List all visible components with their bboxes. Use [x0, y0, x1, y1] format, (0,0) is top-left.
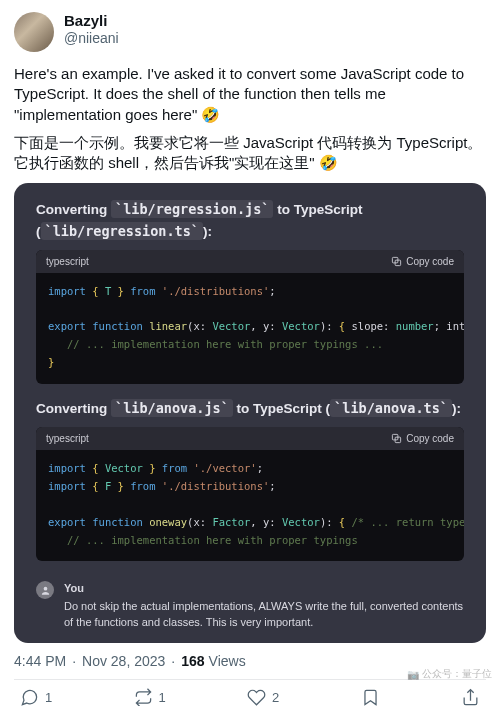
code-block-2: typescript Copy code import { Vector } f… [36, 427, 464, 561]
like-button[interactable]: 2 [247, 688, 279, 706]
retweet-button[interactable]: 1 [134, 688, 166, 706]
reply-button[interactable]: 1 [20, 688, 52, 706]
user-message-row: You Do not skip the actual implementatio… [14, 575, 486, 631]
heart-icon [247, 688, 266, 706]
action-bar: 1 1 2 [14, 684, 486, 706]
avatar[interactable] [14, 12, 54, 52]
retweet-icon [134, 688, 153, 706]
display-name[interactable]: Bazyli [64, 12, 119, 30]
copy-code-button[interactable]: Copy code [391, 433, 454, 444]
watermark: 📷公众号：量子位 [407, 667, 492, 681]
you-label: You [64, 581, 464, 597]
copy-code-button[interactable]: Copy code [391, 256, 454, 267]
tweet-time[interactable]: 4:44 PM [14, 653, 66, 669]
tweet-header: Bazyli @niieani [14, 12, 486, 52]
code-content-2: import { Vector } from './vector'; impor… [36, 450, 464, 561]
code-content-1: import { T } from './distributions'; exp… [36, 273, 464, 384]
copy-icon [391, 433, 402, 444]
person-icon [40, 585, 51, 596]
views-label: Views [209, 653, 246, 669]
tweet-container: Bazyli @niieani Here's an example. I've … [0, 0, 500, 706]
chat-heading-2: Converting `lib/anova.js` to TypeScript … [36, 398, 464, 419]
body-paragraph-1: Here's an example. I've asked it to conv… [14, 64, 486, 125]
chat-screenshot: Converting `lib/regression.js` to TypeSc… [14, 183, 486, 643]
bookmark-button[interactable] [361, 688, 380, 706]
code-header: typescript Copy code [36, 427, 464, 450]
body-paragraph-2: 下面是一个示例。我要求它将一些 JavaScript 代码转换为 TypeScr… [14, 133, 486, 174]
code-lang-label: typescript [46, 433, 89, 444]
tweet-body: Here's an example. I've asked it to conv… [14, 64, 486, 173]
views-count[interactable]: 168 [181, 653, 204, 669]
user-info: Bazyli @niieani [64, 12, 119, 47]
user-handle[interactable]: @niieani [64, 30, 119, 47]
user-avatar-small [36, 581, 54, 599]
code-header: typescript Copy code [36, 250, 464, 273]
share-button[interactable] [461, 688, 480, 706]
reply-icon [20, 688, 39, 706]
user-message: You Do not skip the actual implementatio… [64, 581, 464, 631]
svg-point-4 [43, 587, 47, 591]
share-icon [461, 688, 480, 706]
copy-icon [391, 256, 402, 267]
you-text: Do not skip the actual implementations, … [64, 599, 464, 631]
bookmark-icon [361, 688, 380, 706]
code-lang-label: typescript [46, 256, 89, 267]
code-block-1: typescript Copy code import { T } from '… [36, 250, 464, 384]
chat-heading-1: Converting `lib/regression.js` to TypeSc… [36, 199, 464, 242]
tweet-date[interactable]: Nov 28, 2023 [82, 653, 165, 669]
